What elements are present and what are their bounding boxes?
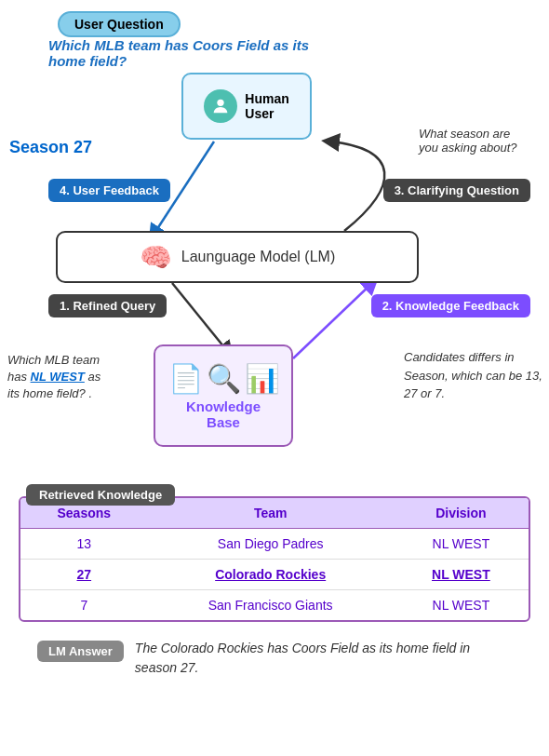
refined-query-badge: 1. Refined Query	[48, 294, 167, 317]
lm-answer-text: The Colorado Rockies has Coors Field as …	[135, 639, 512, 678]
table-row: 27Colorado RockiesNL WEST	[20, 560, 529, 590]
knowledge-feedback-badge: 2. Knowledge Feedback	[371, 294, 530, 317]
user-question-badge: User Question	[58, 11, 181, 37]
clarifying-arrow-text: What season areyou asking about?	[419, 127, 540, 155]
kb-label: KnowledgeBase	[186, 398, 261, 430]
knowledge-base-box: 📄 🔍 📊 KnowledgeBase	[154, 344, 293, 447]
brain-icon: 🧠	[140, 242, 172, 273]
refined-query-text: Which MLB teamhas NL WEST asits home fie…	[7, 352, 145, 403]
knowledge-table: Seasons Team Division 13San Diego Padres…	[19, 496, 530, 622]
retrieved-knowledge-wrapper: Retrieved Knowledge Seasons Team Divisio…	[19, 475, 530, 622]
user-icon	[204, 89, 237, 123]
lm-label: Launguage Model (LM)	[181, 249, 335, 265]
user-feedback-badge: 4. User Feedback	[48, 179, 170, 202]
user-label: HumanUser	[245, 91, 288, 121]
table-cell-division: NL WEST	[394, 529, 529, 560]
kb-icons: 📄 🔍 📊	[168, 362, 279, 395]
retrieved-badge: Retrieved Knowledge	[26, 484, 175, 506]
lm-box: 🧠 Launguage Model (LM)	[56, 231, 419, 283]
database-icon: 📊	[245, 362, 279, 395]
lm-answer-badge: LM Answer	[37, 641, 124, 662]
clarifying-question-badge: 3. Clarifying Question	[383, 179, 530, 202]
nl-west-highlight: NL WEST	[31, 370, 85, 384]
question-text: Which MLB team has Coors Field as its ho…	[48, 37, 328, 69]
col-team: Team	[148, 498, 394, 529]
table-cell-season: 13	[20, 529, 148, 560]
document-icon: 📄	[168, 362, 203, 395]
table-cell-division: NL WEST	[394, 590, 529, 620]
table-cell-season: 7	[20, 590, 148, 620]
table-cell-team: Colorado Rockies	[148, 560, 394, 590]
bottom-section: Retrieved Knowledge Seasons Team Divisio…	[0, 475, 549, 696]
human-user-box: HumanUser	[181, 73, 312, 140]
table-cell-season: 27	[20, 560, 148, 590]
diagram-section: User Question Which MLB team has Coors F…	[0, 0, 549, 466]
svg-point-0	[218, 100, 224, 106]
table-row: 7San Francisco GiantsNL WEST	[20, 590, 529, 620]
season-label: Season 27	[9, 138, 92, 157]
table-cell-division: NL WEST	[394, 560, 529, 590]
table-cell-team: San Diego Padres	[148, 529, 394, 560]
table-cell-team: San Francisco Giants	[148, 590, 394, 620]
lm-answer-section: LM Answer The Colorado Rockies has Coors…	[19, 639, 530, 696]
col-division: Division	[394, 498, 529, 529]
search-icon: 🔍	[207, 362, 241, 395]
table-row: 13San Diego PadresNL WEST	[20, 529, 529, 560]
candidates-text: Candidates differs in Season, which can …	[404, 348, 543, 403]
